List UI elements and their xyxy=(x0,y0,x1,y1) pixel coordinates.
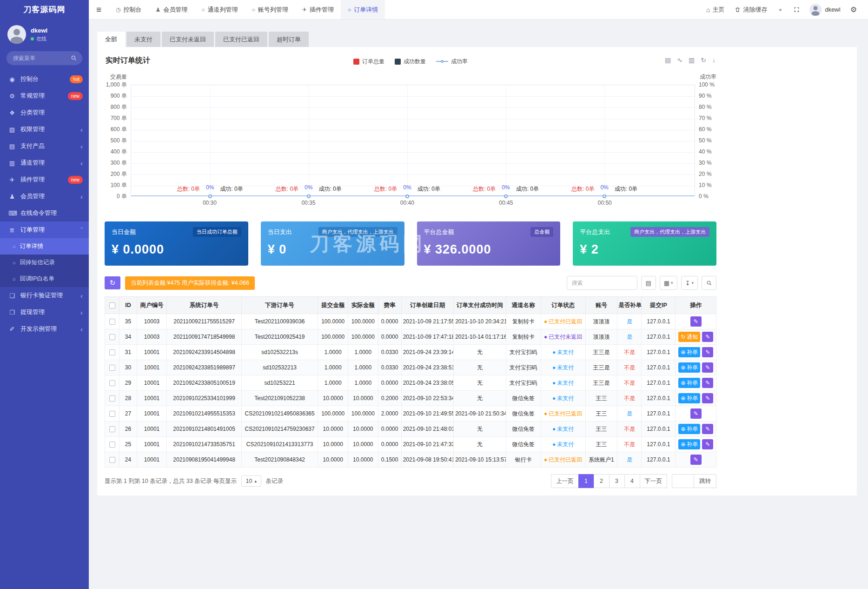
edit-button[interactable]: ✎ xyxy=(702,393,713,403)
reissue-button[interactable]: ⊕补单 xyxy=(678,424,700,434)
reissue-button[interactable]: ⊕补单 xyxy=(678,362,700,373)
filter-tab-paid-unreturned[interactable]: 已支付未返回 xyxy=(162,32,214,47)
next-page-button[interactable]: 下一页 xyxy=(640,474,668,488)
filter-tab-paid-returned[interactable]: 已支付已返回 xyxy=(215,32,267,47)
notify-button[interactable]: ↻通知 xyxy=(678,332,700,342)
line-chart-icon[interactable]: ∿ xyxy=(677,57,682,63)
topnav-item-account-list[interactable]: ○账号列管理 xyxy=(245,0,295,19)
search-button[interactable] xyxy=(702,276,716,290)
legend-item-1[interactable]: 成功数量 xyxy=(395,58,426,66)
sidebar-item-order-detail[interactable]: ○订单详情 xyxy=(0,238,89,254)
stat-card-today-expense: 当日支出商户支出，代理支出，上游支出¥ 0 xyxy=(261,221,404,266)
sidebar-item-general[interactable]: ⚙常规管理new xyxy=(0,87,89,104)
legend-item-0[interactable]: 订单总量 xyxy=(353,58,384,66)
sidebar-item-bankcard-verify[interactable]: ❑银行卡验证管理‹ xyxy=(0,287,89,304)
page-button-2[interactable]: 2 xyxy=(594,474,610,488)
row-checkbox[interactable] xyxy=(109,365,115,371)
home-link[interactable]: ⌂ 主页 xyxy=(702,0,729,20)
edit-button[interactable]: ✎ xyxy=(690,455,702,465)
reissue-button[interactable]: ⊕补单 xyxy=(678,378,700,388)
sidebar-item-console[interactable]: ◉控制台hot xyxy=(0,71,89,87)
sidebar-item-callback-ip[interactable]: ○回调IP白名单 xyxy=(0,271,89,287)
legend-swatch xyxy=(353,59,359,65)
topnav-item-member[interactable]: ♟会员管理 xyxy=(149,0,195,19)
reissue-button[interactable]: ⊕补单 xyxy=(678,439,700,449)
sidebar-item-dev-example[interactable]: ✐开发示例管理‹ xyxy=(0,321,89,337)
table-search-input[interactable] xyxy=(567,276,637,290)
menu-toggle-icon[interactable]: ≡ xyxy=(89,5,109,15)
member-icon: ♟ xyxy=(8,193,16,200)
row-checkbox[interactable] xyxy=(109,380,115,386)
edit-button[interactable]: ✎ xyxy=(702,362,713,373)
row-checkbox[interactable] xyxy=(109,426,115,432)
row-checkbox[interactable] xyxy=(109,395,115,402)
user-menu[interactable]: dkewl xyxy=(805,4,844,16)
stat-card-badge: 商户支出，代理支出，上游支出 xyxy=(630,227,709,237)
refresh-button[interactable]: ↻ xyxy=(105,276,120,289)
page-button-4[interactable]: 4 xyxy=(624,474,640,488)
fullscreen-icon[interactable] xyxy=(789,0,804,20)
user-avatar[interactable] xyxy=(7,25,26,44)
row-checkbox[interactable] xyxy=(109,442,115,448)
pencil-icon: ✎ xyxy=(694,318,698,325)
row-checkbox[interactable] xyxy=(109,319,115,325)
prev-page-button[interactable]: 上一页 xyxy=(551,474,579,488)
page-button-3[interactable]: 3 xyxy=(609,474,625,488)
view-toggle-button[interactable]: ▤ xyxy=(641,276,656,290)
jump-button[interactable]: 跳转 xyxy=(694,474,716,488)
export-button[interactable]: ↧▾ xyxy=(681,276,698,290)
sidebar-item-category[interactable]: ❖分类管理 xyxy=(0,104,89,121)
sidebar-item-permission[interactable]: ▧权限管理‹ xyxy=(0,121,89,138)
reissue-button[interactable]: ⊕补单 xyxy=(678,393,700,403)
sidebar-item-withdraw[interactable]: ❒提现管理‹ xyxy=(0,304,89,321)
sidebar-item-order[interactable]: ≣订单管理ˇ xyxy=(0,221,89,238)
settings-icon[interactable]: ⚙ xyxy=(846,0,861,20)
reissue-button[interactable]: ⊕补单 xyxy=(678,347,700,357)
restore-icon[interactable]: ↻ xyxy=(701,57,706,63)
legend-item-2[interactable]: 成功率 xyxy=(436,58,468,66)
sidebar-item-plugin[interactable]: ✈插件管理new xyxy=(0,171,89,188)
language-icon[interactable] xyxy=(773,0,788,20)
gridline xyxy=(131,141,695,141)
search-icon[interactable] xyxy=(71,55,77,61)
topnav-item-console[interactable]: ◷控制台 xyxy=(109,0,148,19)
download-icon[interactable]: ↓ xyxy=(712,57,716,63)
rate-point-marker xyxy=(208,194,212,198)
topnav-item-order-detail[interactable]: ○订单详情 xyxy=(341,0,385,19)
filter-tab-unpaid[interactable]: 未支付 xyxy=(126,32,160,47)
sidebar-item-online-command[interactable]: ⌨在线命令管理 xyxy=(0,205,89,221)
page-size-select[interactable]: 10 ▴ xyxy=(241,475,261,487)
data-view-icon[interactable]: ▤ xyxy=(665,57,671,63)
cell-actual: 10.0000 xyxy=(348,422,378,437)
refresh-icon: ↻ xyxy=(681,334,685,340)
edit-button[interactable]: ✎ xyxy=(702,439,713,449)
bar-chart-icon[interactable]: ▥ xyxy=(689,57,695,63)
status-dot-icon: ● xyxy=(552,364,556,371)
filter-tab-all[interactable]: 全部 xyxy=(97,32,125,47)
jump-page-input[interactable] xyxy=(672,474,694,488)
edit-button[interactable]: ✎ xyxy=(702,378,713,388)
cell-paid: 无 xyxy=(454,360,506,375)
filter-tab-timeout[interactable]: 超时订单 xyxy=(269,32,309,47)
sidebar-item-pay-product[interactable]: ▤支付产品‹ xyxy=(0,138,89,154)
y-axis-label: 100 % xyxy=(699,81,715,88)
select-all-checkbox[interactable] xyxy=(109,302,115,308)
topnav-item-channel-list[interactable]: ○通道列管理 xyxy=(194,0,245,19)
row-checkbox[interactable] xyxy=(109,349,115,355)
edit-button[interactable]: ✎ xyxy=(690,408,702,419)
edit-button[interactable]: ✎ xyxy=(702,332,713,342)
row-checkbox[interactable] xyxy=(109,334,115,340)
topnav-item-plugin[interactable]: ✈插件管理 xyxy=(295,0,341,19)
row-checkbox[interactable] xyxy=(109,457,115,463)
clear-cache-link[interactable]: 清除缓存 xyxy=(730,0,772,20)
sidebar-item-channel[interactable]: ▥通道管理‹ xyxy=(0,154,89,171)
sidebar-item-member[interactable]: ♟会员管理‹ xyxy=(0,188,89,205)
sidebar-item-callback-sms[interactable]: ○回掉短信记录 xyxy=(0,254,89,271)
edit-button[interactable]: ✎ xyxy=(702,424,713,434)
row-checkbox[interactable] xyxy=(109,411,115,417)
edit-button[interactable]: ✎ xyxy=(702,347,713,357)
edit-button[interactable]: ✎ xyxy=(690,316,702,327)
page-button-1[interactable]: 1 xyxy=(578,474,594,488)
online-command-icon: ⌨ xyxy=(8,210,16,217)
columns-button[interactable]: ▦▾ xyxy=(660,276,677,290)
